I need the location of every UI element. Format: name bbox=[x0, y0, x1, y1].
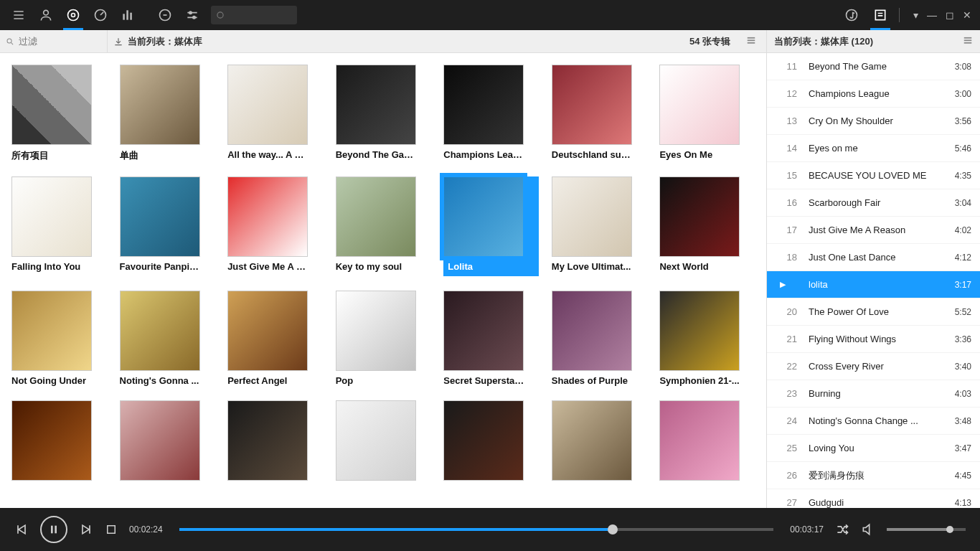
user-icon[interactable] bbox=[33, 0, 59, 30]
track-name: Eyes on me bbox=[809, 143, 955, 154]
album-title bbox=[659, 481, 740, 485]
minimize-icon[interactable]: — bbox=[924, 9, 940, 21]
track-name: Just One Last Dance bbox=[809, 252, 955, 263]
album-item[interactable] bbox=[443, 400, 539, 485]
record-icon[interactable] bbox=[152, 0, 178, 30]
album-item[interactable]: Deutschland suc... bbox=[552, 65, 647, 162]
speed-icon[interactable] bbox=[88, 0, 113, 30]
track-name: Scarborough Fair bbox=[809, 197, 955, 208]
album-art bbox=[336, 291, 416, 371]
download-icon[interactable] bbox=[113, 37, 123, 47]
album-item[interactable]: Perfect Angel bbox=[227, 291, 323, 386]
track-row[interactable]: 27Gudgudi4:13 bbox=[767, 489, 980, 508]
track-row[interactable]: 18Just One Last Dance4:12 bbox=[767, 244, 980, 271]
track-number: 26 bbox=[776, 470, 797, 481]
maximize-icon[interactable]: ◻ bbox=[943, 9, 957, 21]
album-title: Not Going Under bbox=[11, 371, 92, 386]
track-row[interactable]: 11Beyond The Game3:08 bbox=[767, 53, 980, 80]
album-item[interactable]: Pop bbox=[336, 291, 431, 386]
play-pause-button[interactable] bbox=[40, 516, 67, 543]
dropdown-icon[interactable]: ▾ bbox=[910, 9, 921, 21]
library-count: 54 张专辑 bbox=[689, 35, 738, 48]
disc-icon[interactable] bbox=[60, 0, 86, 30]
album-item[interactable]: Eyes On Me bbox=[659, 65, 755, 162]
album-item[interactable]: All the way... A D... bbox=[227, 65, 323, 162]
album-title: Beyond The Game bbox=[336, 145, 416, 160]
player-bar: 00:02:24 00:03:17 bbox=[0, 508, 980, 551]
album-item[interactable] bbox=[227, 400, 323, 485]
elapsed-time: 00:02:24 bbox=[129, 524, 168, 534]
view-toggle-icon[interactable] bbox=[742, 35, 760, 47]
album-item[interactable]: Shades of Purple bbox=[552, 291, 647, 386]
shuffle-button[interactable] bbox=[835, 522, 849, 537]
playlist-panel-icon[interactable] bbox=[867, 0, 893, 30]
album-item[interactable] bbox=[336, 400, 431, 485]
settings-sliders-icon[interactable] bbox=[179, 0, 205, 30]
track-row[interactable]: 24Noting's Gonna Change ...3:48 bbox=[767, 408, 980, 435]
progress-bar[interactable] bbox=[179, 528, 773, 531]
album-item[interactable]: Symphonien 21-... bbox=[659, 291, 755, 386]
tracklist[interactable]: 11Beyond The Game3:0812Champions League3… bbox=[767, 53, 980, 508]
album-item[interactable]: 所有项目 bbox=[11, 65, 107, 162]
album-item[interactable]: 单曲 bbox=[120, 65, 215, 162]
album-item[interactable]: Next World bbox=[659, 176, 755, 276]
stop-button[interactable] bbox=[105, 523, 118, 536]
top-search[interactable] bbox=[211, 6, 297, 24]
track-row[interactable]: 20The Power Of Love5:52 bbox=[767, 298, 980, 326]
top-toolbar: ▾ — ◻ ✕ bbox=[0, 0, 980, 30]
close-icon[interactable]: ✕ bbox=[960, 9, 974, 21]
album-art bbox=[227, 400, 308, 481]
album-item[interactable]: Key to my soul bbox=[336, 176, 431, 276]
track-name: Champions League bbox=[809, 88, 955, 99]
volume-slider[interactable] bbox=[887, 528, 966, 531]
track-row[interactable]: 25Loving You3:47 bbox=[767, 435, 980, 462]
equalizer-bars-icon[interactable] bbox=[115, 0, 141, 30]
track-duration: 5:46 bbox=[955, 143, 971, 154]
album-item[interactable]: Not Going Under bbox=[11, 291, 107, 386]
track-row[interactable]: 26爱到满身伤痕4:45 bbox=[767, 462, 980, 489]
album-title: 所有项目 bbox=[11, 145, 92, 162]
track-row[interactable]: 23Burning4:03 bbox=[767, 380, 980, 408]
music-note-icon[interactable] bbox=[839, 0, 864, 30]
album-item[interactable]: Just Give Me A R... bbox=[227, 176, 323, 276]
playlist-view-toggle-icon[interactable] bbox=[963, 35, 973, 47]
track-duration: 3:48 bbox=[955, 416, 971, 426]
track-row[interactable]: 15BECAUSE YOU LOVED ME4:35 bbox=[767, 162, 980, 189]
album-item[interactable]: Secret Superstar... bbox=[443, 291, 539, 386]
album-item[interactable]: Favourite Panpip... bbox=[120, 176, 215, 276]
album-item[interactable] bbox=[120, 400, 215, 485]
album-item[interactable]: Lolita bbox=[443, 176, 539, 276]
album-title: Champions Leag... bbox=[443, 145, 524, 160]
svg-rect-14 bbox=[748, 39, 755, 41]
album-item[interactable]: Falling Into You bbox=[11, 176, 107, 276]
track-name: Cry On My Shoulder bbox=[809, 116, 955, 126]
track-row[interactable]: 13Cry On My Shoulder3:56 bbox=[767, 108, 980, 135]
svg-rect-16 bbox=[964, 37, 972, 39]
volume-button[interactable] bbox=[861, 522, 875, 537]
album-item[interactable] bbox=[659, 400, 755, 485]
prev-button[interactable] bbox=[14, 522, 29, 537]
track-row[interactable]: 21Flying Without Wings3:36 bbox=[767, 326, 980, 353]
filter-box[interactable] bbox=[0, 30, 108, 52]
track-row[interactable]: 16Scarborough Fair3:04 bbox=[767, 189, 980, 217]
filter-input[interactable] bbox=[19, 36, 101, 47]
album-title: Falling Into You bbox=[11, 257, 92, 272]
album-item[interactable]: Noting's Gonna ... bbox=[120, 291, 215, 386]
track-row[interactable]: 12Champions League3:00 bbox=[767, 80, 980, 108]
album-art bbox=[552, 65, 632, 145]
next-button[interactable] bbox=[79, 522, 93, 537]
album-item[interactable]: My Love Ultimat... bbox=[552, 176, 647, 276]
track-row[interactable]: 17Just Give Me A Reason4:02 bbox=[767, 217, 980, 244]
album-item[interactable] bbox=[552, 400, 647, 485]
track-duration: 3:47 bbox=[955, 443, 971, 453]
album-item[interactable]: Beyond The Game bbox=[336, 65, 431, 162]
track-duration: 4:03 bbox=[955, 389, 971, 399]
menu-icon[interactable] bbox=[6, 0, 32, 30]
album-item[interactable]: Champions Leag... bbox=[443, 65, 539, 162]
svg-rect-20 bbox=[55, 526, 57, 534]
track-row[interactable]: 19lolita3:17 bbox=[767, 271, 980, 298]
album-item[interactable] bbox=[11, 400, 107, 485]
track-name: lolita bbox=[809, 279, 955, 290]
track-row[interactable]: 14Eyes on me5:46 bbox=[767, 135, 980, 162]
track-row[interactable]: 22Cross Every River3:40 bbox=[767, 353, 980, 380]
